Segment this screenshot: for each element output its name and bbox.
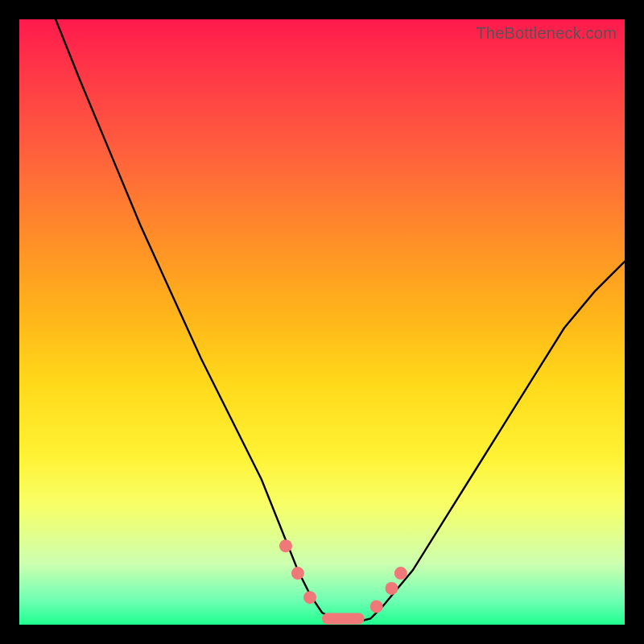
flat-bar: [322, 613, 365, 625]
bottleneck-curve: [56, 19, 625, 621]
left-upper-dot: [279, 539, 292, 552]
left-mid-dot: [291, 567, 304, 580]
marker-group: [279, 539, 407, 624]
right-low-dot: [370, 600, 383, 613]
right-top-dot: [394, 567, 407, 580]
left-lower-dot: [303, 591, 316, 604]
curve-svg: [19, 19, 625, 625]
right-high-dot: [386, 582, 398, 595]
plot-area: TheBottleneck.com: [19, 19, 625, 625]
chart-frame: TheBottleneck.com: [0, 0, 644, 644]
